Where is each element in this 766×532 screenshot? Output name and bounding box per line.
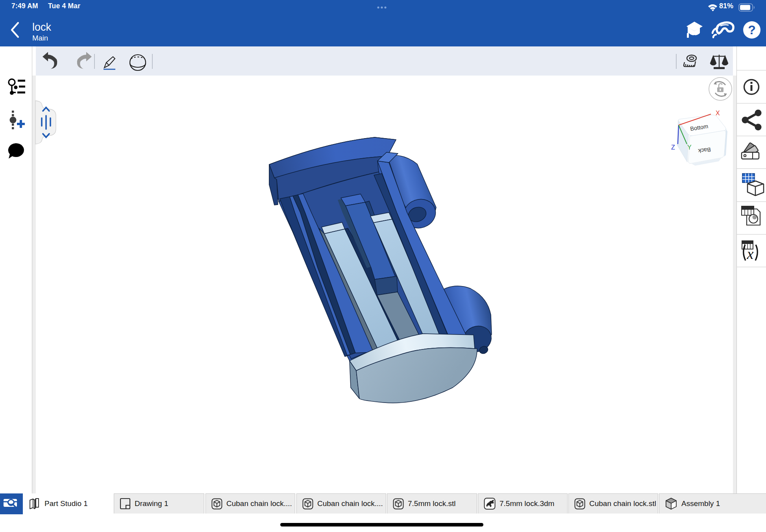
svg-text:Z: Z xyxy=(671,144,675,151)
svg-text:x: x xyxy=(747,246,754,262)
svg-text:X: X xyxy=(716,110,720,116)
svg-text:Y: Y xyxy=(687,144,692,151)
svg-text:?: ? xyxy=(748,23,756,37)
